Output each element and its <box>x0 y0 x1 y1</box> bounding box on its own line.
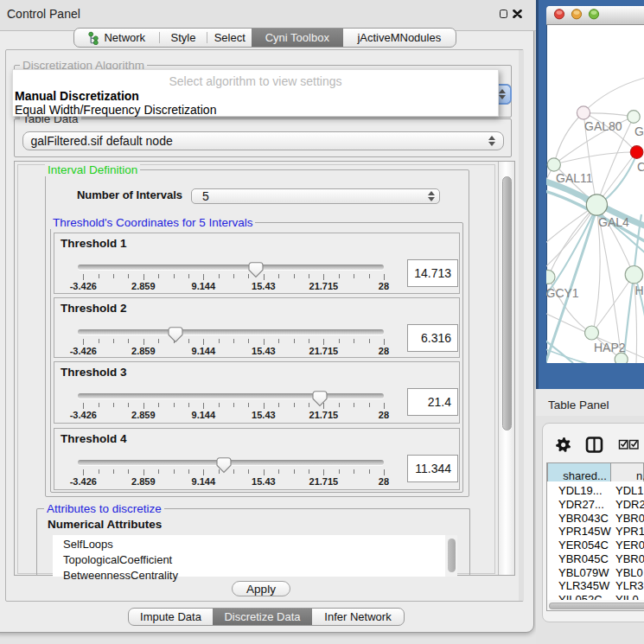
svg-text:GAL80: GAL80 <box>584 119 622 133</box>
svg-text:GAL11: GAL11 <box>556 171 593 185</box>
svg-text:GA: GA <box>634 124 644 138</box>
svg-text:HAP2: HAP2 <box>594 341 626 354</box>
svg-text:GCY1: GCY1 <box>546 286 579 300</box>
svg-text:GAL4: GAL4 <box>598 215 629 229</box>
svg-text:H: H <box>635 284 644 297</box>
svg-text:C: C <box>637 160 644 174</box>
